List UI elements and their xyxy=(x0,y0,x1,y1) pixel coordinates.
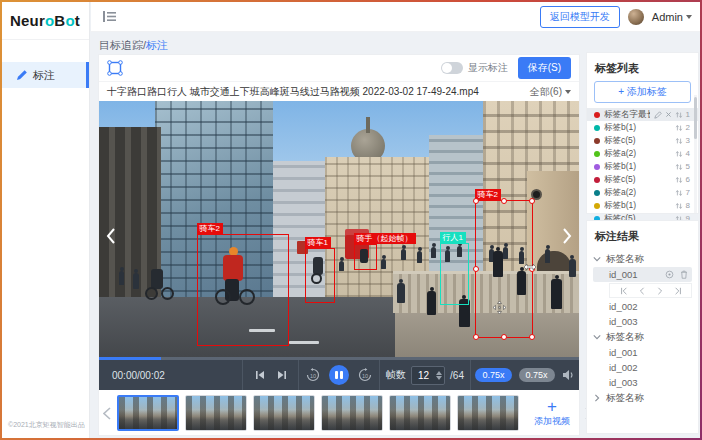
result-item[interactable]: id_002 xyxy=(593,360,692,375)
video-thumbnail[interactable] xyxy=(185,395,247,431)
volume-icon[interactable] xyxy=(562,369,575,381)
next-frame-button[interactable] xyxy=(277,370,287,380)
tag-row[interactable]: 标签c(5) 6 xyxy=(587,173,698,186)
first-frame-icon[interactable] xyxy=(620,287,628,295)
rewind-10-icon[interactable]: 10 xyxy=(306,368,320,382)
sort-icon[interactable] xyxy=(675,189,683,197)
resize-handle[interactable] xyxy=(529,198,535,204)
logo-text: o xyxy=(65,12,74,29)
annotation-box[interactable]: 骑车2 xyxy=(197,234,289,346)
sort-icon[interactable] xyxy=(675,124,683,132)
video-thumbnail[interactable] xyxy=(389,395,451,431)
save-button[interactable]: 保存(S) xyxy=(518,57,571,79)
result-group[interactable]: 标签名称 xyxy=(593,329,692,345)
video-thumbnail[interactable] xyxy=(253,395,315,431)
speed-current-pill[interactable]: 0.75x xyxy=(475,368,511,382)
edit-icon[interactable] xyxy=(654,111,662,119)
last-frame-icon[interactable] xyxy=(674,287,682,295)
prev-frame-icon[interactable] xyxy=(638,287,646,295)
result-group[interactable]: 标签名称 xyxy=(593,390,692,406)
video-progress-bar[interactable] xyxy=(99,357,579,360)
annotation-box[interactable]: 骑手（起始帧） xyxy=(354,244,377,270)
prev-frame-button[interactable] xyxy=(255,370,265,380)
annotation-toolbar: 显示标注 保存(S) xyxy=(99,55,579,82)
annotation-box[interactable]: 行人1 xyxy=(440,243,469,305)
tag-row[interactable]: 标签b(1) 8 xyxy=(587,199,698,212)
result-group-label: 标签名称 xyxy=(606,331,644,344)
annotation-box-label: 行人1 xyxy=(440,232,466,243)
sort-icon[interactable] xyxy=(675,150,683,158)
video-thumbnail[interactable] xyxy=(321,395,383,431)
frame-increment-icon[interactable] xyxy=(436,371,442,375)
resize-handle[interactable] xyxy=(501,334,507,340)
user-menu[interactable]: Admin xyxy=(652,11,692,23)
bounding-box-tool-icon[interactable] xyxy=(107,60,123,76)
sort-icon[interactable] xyxy=(675,176,683,184)
add-video-button[interactable]: +添加视频 xyxy=(525,393,579,433)
video-thumbnail[interactable] xyxy=(457,395,519,431)
sort-icon[interactable] xyxy=(675,163,683,171)
result-group[interactable]: 标签名称 xyxy=(593,251,692,267)
result-item-label: id_003 xyxy=(609,316,638,327)
forward-10-icon[interactable]: 10 xyxy=(358,368,372,382)
resize-handle[interactable] xyxy=(473,334,479,340)
resize-handle[interactable] xyxy=(529,334,535,340)
tag-label: 标签a(2) xyxy=(604,148,671,160)
tag-row[interactable]: 标签b(1) 2 xyxy=(587,121,698,134)
tag-row[interactable]: 标签a(2) 4 xyxy=(587,147,698,160)
sidebar-item-annotate[interactable]: 标注 xyxy=(2,62,89,88)
frame-decrement-icon[interactable] xyxy=(436,376,442,380)
topbar: 返回模型开发 Admin xyxy=(91,2,700,32)
tag-label: 标签c(5) xyxy=(604,174,671,186)
result-item[interactable]: id_003 xyxy=(593,314,692,329)
result-group-label: 标签名称 xyxy=(606,253,644,266)
speed-default-pill[interactable]: 0.75x xyxy=(519,368,555,382)
result-item[interactable]: id_003 xyxy=(593,375,692,390)
video-canvas[interactable]: 骑车2 骑车1 骑手（起始帧） 行人1 骑车2 xyxy=(99,101,579,357)
sort-icon[interactable] xyxy=(675,111,683,119)
tag-list-scrollbar[interactable] xyxy=(694,95,697,213)
tag-order: 1 xyxy=(686,110,690,119)
trash-icon[interactable] xyxy=(680,270,688,279)
result-item[interactable]: id_001 xyxy=(593,345,692,360)
chevron-down-icon xyxy=(565,90,571,94)
delete-icon[interactable] xyxy=(665,111,672,118)
tag-row[interactable]: 标签名字最长数... 1 xyxy=(587,108,698,121)
add-tag-button[interactable]: + 添加标签 xyxy=(594,81,691,103)
tag-order: 3 xyxy=(686,136,690,145)
pause-button[interactable] xyxy=(329,365,349,385)
toggle-switch[interactable] xyxy=(441,62,463,74)
video-thumbnail[interactable] xyxy=(117,395,179,431)
sort-icon[interactable] xyxy=(675,137,683,145)
thumbnail-image xyxy=(322,396,382,430)
tag-row[interactable]: 标签c(5) 3 xyxy=(587,134,698,147)
app-logo: NeuroBot xyxy=(2,2,89,40)
avatar[interactable] xyxy=(628,9,644,25)
result-item[interactable]: id_002 xyxy=(593,299,692,314)
resize-handle[interactable] xyxy=(473,198,479,204)
thumbnail-image xyxy=(458,396,518,430)
next-video-chevron[interactable] xyxy=(559,223,575,249)
result-item[interactable]: id_001 xyxy=(593,267,692,282)
sidebar-collapse-icon[interactable] xyxy=(103,11,116,22)
annotation-box-label: 骑手（起始帧） xyxy=(354,233,416,244)
sort-icon[interactable] xyxy=(675,202,683,210)
resize-handle[interactable] xyxy=(501,198,507,204)
screenshot-frame: NeuroBot 标注 ©2021北京矩视智能出品 返回模型开发 Admin 目… xyxy=(0,0,702,440)
frame-number-input[interactable]: 12 xyxy=(411,366,445,385)
annotation-box[interactable]: 骑车1 xyxy=(305,248,335,303)
tag-color-dot xyxy=(594,190,600,196)
next-frame-icon[interactable] xyxy=(656,287,664,295)
tag-row[interactable]: 标签a(2) 7 xyxy=(587,186,698,199)
back-to-model-dev-button[interactable]: 返回模型开发 xyxy=(540,6,620,28)
video-title: 十字路口路口行人 城市交通上下班高峰斑马线过马路视频 2022-03-02 17… xyxy=(107,85,479,99)
player-controls: 00:00/00:02 10 10 帧数 12 /64 xyxy=(99,360,579,390)
visibility-icon[interactable] xyxy=(665,270,674,279)
video-filter-dropdown[interactable]: 全部(6) xyxy=(530,85,571,99)
show-annotation-toggle[interactable]: 显示标注 xyxy=(441,61,508,75)
resize-handle[interactable] xyxy=(473,266,479,272)
breadcrumb-parent[interactable]: 目标追踪 xyxy=(99,39,143,51)
filmstrip-prev-chevron[interactable] xyxy=(103,407,111,420)
tag-row[interactable]: 标签b(1) 5 xyxy=(587,160,698,173)
prev-video-chevron[interactable] xyxy=(103,223,119,249)
